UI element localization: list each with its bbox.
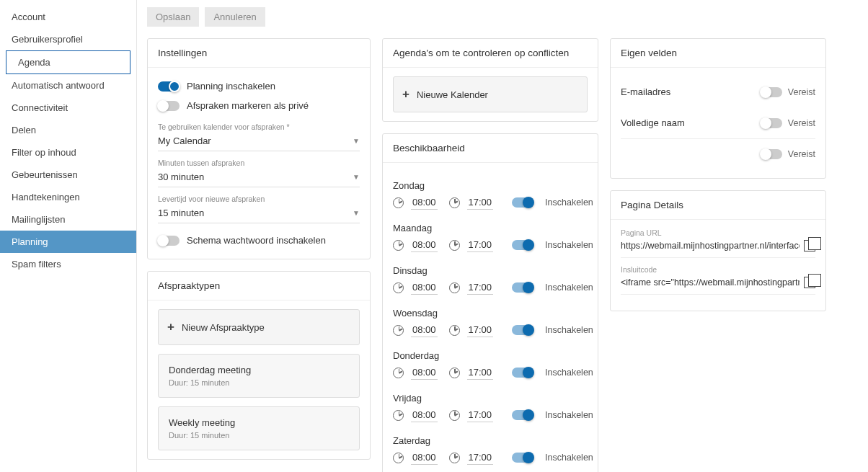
clock-icon — [393, 197, 404, 208]
toggle-enable-scheduling[interactable] — [158, 81, 180, 92]
toggle-day-enable[interactable] — [512, 282, 533, 293]
day-row: 08:0017:00Inschakelen — [393, 404, 588, 427]
time-to[interactable]: 17:00 — [467, 323, 494, 337]
time-to[interactable]: 17:00 — [467, 280, 494, 295]
time-to[interactable]: 17:00 — [467, 365, 494, 380]
day-label: Zaterdag — [393, 435, 588, 446]
time-to[interactable]: 17:00 — [467, 408, 494, 422]
minutes-label: Minuten tussen afspraken — [158, 159, 360, 167]
clock-icon — [449, 240, 460, 251]
lead-select[interactable]: 15 minuten ▼ — [158, 203, 360, 223]
clock-icon — [393, 410, 404, 421]
clock-icon — [449, 197, 460, 208]
appointment-type-item[interactable]: Donderdag meetingDuur: 15 minuten — [158, 354, 360, 398]
settings-header: Instellingen — [148, 39, 370, 68]
toggle-day-enable[interactable] — [512, 325, 533, 335]
copy-icon[interactable] — [804, 240, 815, 251]
time-from[interactable]: 08:00 — [411, 365, 438, 380]
toggle-day-enable[interactable] — [512, 410, 533, 420]
time-to[interactable]: 17:00 — [467, 238, 494, 252]
clock-icon — [393, 453, 404, 463]
sidebar-item-7[interactable]: Gebeurtenissen — [0, 164, 136, 186]
enable-label: Inschakelen — [545, 282, 593, 293]
copy-icon[interactable] — [804, 277, 815, 288]
enable-label: Inschakelen — [545, 410, 593, 420]
time-from[interactable]: 08:00 — [411, 280, 438, 295]
chevron-down-icon: ▼ — [353, 209, 360, 217]
sidebar-item-10[interactable]: Planning — [0, 231, 136, 253]
day-label: Donderdag — [393, 350, 588, 361]
embed-value[interactable]: <iframe src="https://webmail.mijnhosting… — [621, 277, 800, 288]
calendars-check-header: Agenda's om te controleren op conflicten — [383, 39, 598, 68]
clock-icon — [393, 325, 404, 336]
toggle-empty-required[interactable] — [761, 149, 782, 159]
day-row: 08:0017:00Inschakelen — [393, 191, 588, 214]
toggle-day-enable[interactable] — [512, 368, 533, 378]
minutes-select[interactable]: 30 minuten ▼ — [158, 167, 360, 187]
toggle-fullname-required[interactable] — [761, 118, 782, 128]
time-from[interactable]: 08:00 — [411, 195, 438, 210]
day-row: 08:0017:00Inschakelen — [393, 233, 588, 257]
appointment-type-name: Donderdag meeting — [169, 365, 349, 375]
plus-icon: + — [167, 320, 174, 334]
time-from[interactable]: 08:00 — [411, 238, 438, 252]
clock-icon — [393, 282, 404, 293]
cal-label: Te gebruiken kalender voor afspraken * — [158, 123, 360, 131]
clock-icon — [449, 410, 460, 421]
own-fields-card: Eigen velden E-mailadres Vereist Volledi… — [610, 38, 826, 179]
clock-icon — [449, 282, 460, 293]
time-from[interactable]: 08:00 — [411, 323, 438, 337]
toggle-email-required[interactable] — [761, 87, 782, 97]
toggle-password[interactable] — [158, 236, 180, 246]
settings-card: Instellingen Planning inschakelen Afspra… — [147, 38, 371, 259]
add-calendar-button[interactable]: + Nieuwe Kalender — [393, 76, 588, 112]
clock-icon — [449, 325, 460, 336]
calendar-select[interactable]: My Calendar ▼ — [158, 131, 360, 151]
embed-label: Insluitcode — [621, 265, 815, 274]
sidebar-item-2[interactable]: Agenda — [6, 50, 130, 74]
sidebar-item-3[interactable]: Automatisch antwoord — [0, 74, 136, 97]
time-from[interactable]: 08:00 — [411, 408, 438, 422]
cancel-button[interactable]: Annuleren — [205, 7, 265, 27]
appointment-type-duration: Duur: 15 minuten — [169, 378, 349, 387]
clock-icon — [393, 240, 404, 251]
day-label: Dinsdag — [393, 265, 588, 276]
sidebar-item-6[interactable]: Filter op inhoud — [0, 141, 136, 164]
sidebar-item-5[interactable]: Delen — [0, 119, 136, 141]
sidebar: AccountGebruikersprofielAgendaAutomatisc… — [0, 0, 137, 472]
time-to[interactable]: 17:00 — [467, 195, 494, 210]
sidebar-item-8[interactable]: Handtekeningen — [0, 186, 136, 208]
clock-icon — [449, 368, 460, 378]
appointment-type-item[interactable]: Weekly meetingDuur: 15 minuten — [158, 406, 360, 450]
toggle-mark-private[interactable] — [158, 101, 180, 111]
toggle-day-enable[interactable] — [512, 453, 533, 463]
day-label: Zondag — [393, 180, 588, 191]
sidebar-item-1[interactable]: Gebruikersprofiel — [0, 28, 136, 50]
calendars-check-card: Agenda's om te controleren op conflicten… — [382, 38, 598, 122]
toggle-day-enable[interactable] — [512, 197, 533, 208]
page-url-label: Pagina URL — [621, 228, 815, 237]
sidebar-item-4[interactable]: Connectiviteit — [0, 97, 136, 119]
toolbar: Opslaan Annuleren — [147, 7, 826, 27]
add-appointment-type-button[interactable]: + Nieuw Afspraaktype — [158, 309, 360, 345]
own-fields-header: Eigen velden — [611, 39, 825, 68]
page-url-value[interactable]: https://webmail.mijnhostingpartner.nl/in… — [621, 241, 800, 251]
clock-icon — [449, 453, 460, 463]
required-label: Vereist — [788, 149, 815, 159]
time-from[interactable]: 08:00 — [411, 450, 438, 465]
sidebar-item-11[interactable]: Spam filters — [0, 253, 136, 275]
enable-label: Inschakelen — [545, 325, 593, 335]
time-to[interactable]: 17:00 — [467, 450, 494, 465]
save-button[interactable]: Opslaan — [147, 7, 199, 27]
minutes-select-value: 30 minuten — [158, 172, 204, 182]
clock-icon — [393, 368, 404, 378]
lead-label: Levertijd voor nieuwe afspraken — [158, 195, 360, 203]
availability-header: Beschikbaarheid — [383, 134, 598, 163]
day-row: 08:0017:00Inschakelen — [393, 361, 588, 384]
sidebar-item-9[interactable]: Mailinglijsten — [0, 208, 136, 231]
sidebar-item-0[interactable]: Account — [0, 6, 136, 28]
appointment-type-name: Weekly meeting — [169, 417, 349, 428]
enable-label: Inschakelen — [545, 197, 593, 208]
enable-label: Inschakelen — [545, 240, 593, 250]
toggle-day-enable[interactable] — [512, 240, 533, 250]
